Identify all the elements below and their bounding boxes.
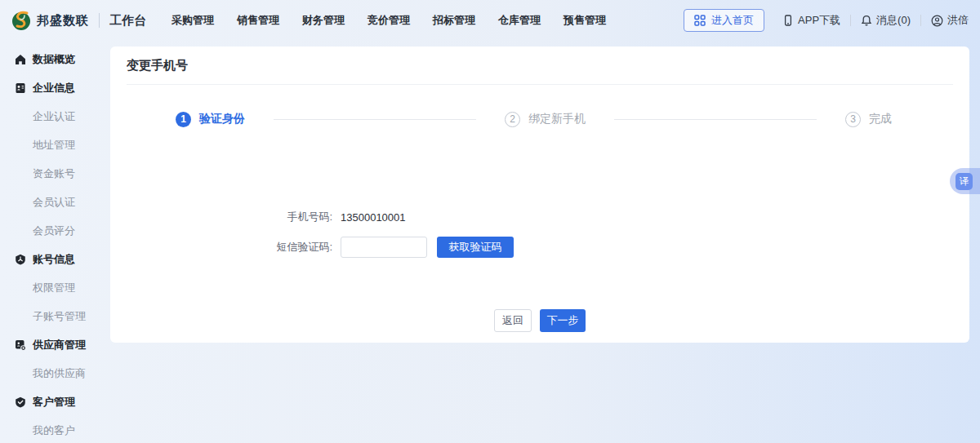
step-verify-identity: 1 验证身份 <box>176 112 245 127</box>
sidebar-item-label: 账号信息 <box>33 252 75 267</box>
menu-item-finance[interactable]: 财务管理 <box>302 13 345 28</box>
sidebar-item-permission-mgmt[interactable]: 权限管理 <box>0 273 110 302</box>
topbar-divider <box>99 13 100 28</box>
menu-item-presale[interactable]: 预售管理 <box>564 13 606 28</box>
messages[interactable]: 消息(0) <box>861 13 911 28</box>
stepper: 1 验证身份 2 绑定新手机 3 完成 <box>176 107 892 131</box>
phone-number-value: 13500010001 <box>341 211 406 224</box>
phone-number-label: 手机号码: <box>110 210 332 224</box>
messages-label: 消息(0) <box>876 13 911 28</box>
form-actions: 返回 下一步 <box>110 309 969 332</box>
user-avatar-icon <box>931 15 943 27</box>
sidebar-item-my-customers[interactable]: 我的客户 <box>0 416 110 443</box>
step-number: 2 <box>505 112 520 127</box>
step-number: 1 <box>176 112 191 127</box>
sms-code-row: 短信验证码: 获取验证码 <box>110 235 969 259</box>
sidebar-item-label: 资金账号 <box>33 166 75 181</box>
phone-number-row: 手机号码: 13500010001 <box>110 205 969 229</box>
app-download[interactable]: APP下载 <box>782 13 840 28</box>
apps-grid-icon <box>694 15 706 26</box>
sidebar-item-label: 企业认证 <box>33 109 75 124</box>
supplier-icon <box>15 339 26 351</box>
step-bind-new-phone: 2 绑定新手机 <box>505 112 586 127</box>
sidebar-item-my-suppliers[interactable]: 我的供应商 <box>0 359 110 388</box>
sidebar-item-account-info[interactable]: 账号信息 <box>0 245 110 273</box>
sidebar-item-fund-account[interactable]: 资金账号 <box>0 159 110 188</box>
sidebar-item-customer-mgmt[interactable]: 客户管理 <box>0 388 110 416</box>
step-number: 3 <box>845 112 861 127</box>
username: 洪倍 <box>947 13 969 28</box>
brand-name: 邦盛数联 <box>37 13 89 29</box>
topbar-separator <box>850 15 851 26</box>
company-icon <box>15 82 26 94</box>
sidebar-item-label: 我的客户 <box>33 423 75 438</box>
sidebar-item-label: 会员认证 <box>33 195 75 210</box>
sidebar-item-label: 数据概览 <box>33 52 75 67</box>
workspace-label[interactable]: 工作台 <box>109 13 146 29</box>
sidebar-item-label: 供应商管理 <box>33 338 86 352</box>
sidebar-item-label: 会员评分 <box>33 224 75 238</box>
title-divider <box>127 84 953 85</box>
topbar-right: 进入首页 APP下载 消息(0) <box>684 9 969 32</box>
main-panel: 变更手机号 1 验证身份 2 绑定新手机 3 完成 手机号码: 13500010… <box>110 47 969 343</box>
menu-item-sales[interactable]: 销售管理 <box>237 13 279 28</box>
sidebar-item-label: 客户管理 <box>33 395 75 410</box>
sidebar-item-label: 权限管理 <box>33 281 75 295</box>
sidebar-item-member-auth[interactable]: 会员认证 <box>0 188 110 216</box>
sidebar-item-label: 我的供应商 <box>33 366 86 381</box>
translate-fab[interactable]: 译 <box>950 168 980 194</box>
sidebar: 数据概览 企业信息 企业认证 地址管理 资金账号 会员认证 会员评分 <box>0 41 110 443</box>
sidebar-item-member-score[interactable]: 会员评分 <box>0 216 110 245</box>
menu-item-bidding[interactable]: 竞价管理 <box>368 13 410 28</box>
sms-code-input[interactable] <box>341 237 427 258</box>
step-complete: 3 完成 <box>845 112 892 127</box>
sidebar-item-label: 企业信息 <box>33 81 75 95</box>
bell-icon <box>861 15 872 26</box>
menu-item-tender[interactable]: 招标管理 <box>433 13 475 28</box>
enter-home-button[interactable]: 进入首页 <box>684 9 764 32</box>
sms-code-label: 短信验证码: <box>110 240 332 255</box>
customer-icon <box>15 396 26 408</box>
enter-home-label: 进入首页 <box>711 13 754 28</box>
app-download-label: APP下载 <box>798 13 840 28</box>
sidebar-item-label: 子账号管理 <box>33 309 86 324</box>
account-icon <box>15 254 26 265</box>
sidebar-item-data-overview[interactable]: 数据概览 <box>0 45 110 73</box>
step-connector <box>614 119 817 120</box>
phone-icon <box>782 15 794 26</box>
next-step-button[interactable]: 下一步 <box>540 309 586 332</box>
sidebar-item-subaccount-mgmt[interactable]: 子账号管理 <box>0 302 110 330</box>
main-menu: 采购管理 销售管理 财务管理 竞价管理 招标管理 仓库管理 预售管理 <box>172 13 606 28</box>
sidebar-item-supplier-mgmt[interactable]: 供应商管理 <box>0 330 110 359</box>
translate-icon: 译 <box>956 173 973 190</box>
step-label: 完成 <box>869 112 892 126</box>
step-connector <box>274 119 476 120</box>
sidebar-item-company-info[interactable]: 企业信息 <box>0 73 110 102</box>
sidebar-item-label: 地址管理 <box>33 138 75 153</box>
user-menu[interactable]: 洪倍 <box>931 13 969 28</box>
menu-item-purchase[interactable]: 采购管理 <box>172 13 214 28</box>
step-label: 验证身份 <box>199 112 245 126</box>
page-title: 变更手机号 <box>127 47 188 84</box>
back-button[interactable]: 返回 <box>494 309 532 332</box>
step-label: 绑定新手机 <box>528 112 586 126</box>
get-code-button[interactable]: 获取验证码 <box>437 237 514 258</box>
brand-logo-icon <box>10 9 33 32</box>
sidebar-item-address-mgmt[interactable]: 地址管理 <box>0 131 110 159</box>
topbar: 邦盛数联 工作台 采购管理 销售管理 财务管理 竞价管理 招标管理 仓库管理 预… <box>0 0 980 41</box>
menu-item-warehouse[interactable]: 仓库管理 <box>498 13 541 28</box>
home-icon <box>15 54 26 65</box>
topbar-separator <box>920 15 921 26</box>
sidebar-item-company-auth[interactable]: 企业认证 <box>0 102 110 131</box>
